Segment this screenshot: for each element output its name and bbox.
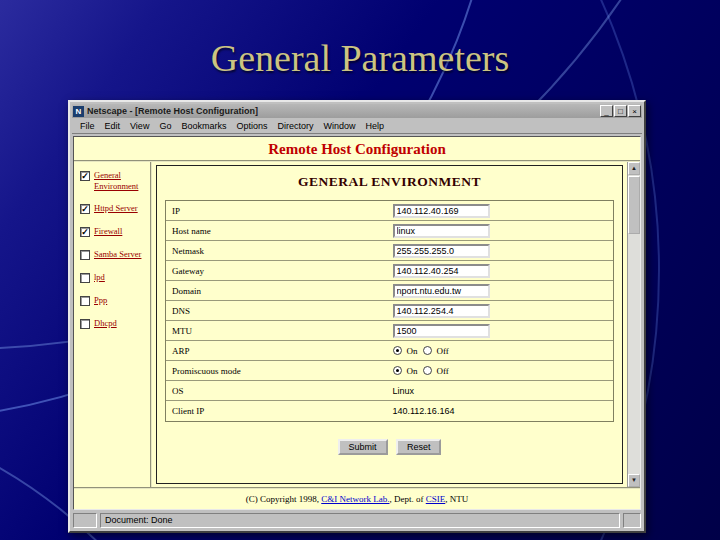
row-mtu: MTU: [166, 321, 613, 341]
checkbox-httpd-server[interactable]: ✓: [80, 204, 90, 214]
close-button[interactable]: ×: [628, 105, 641, 117]
netscape-icon: N: [73, 106, 84, 117]
row-domain: Domain: [166, 281, 613, 301]
status-bar: Document: Done: [73, 513, 641, 528]
field-label-os: OS: [172, 386, 393, 396]
promiscuous-off-radio[interactable]: [423, 366, 432, 375]
sidebar-link-httpd-server[interactable]: Httpd Server: [94, 203, 138, 214]
field-label-ip: IP: [172, 206, 393, 216]
status-text: Document: Done: [105, 515, 173, 525]
sidebar-item-ppp: Ppp: [80, 295, 148, 306]
field-label-arp: ARP: [172, 346, 393, 356]
row-client-ip: Client IP 140.112.16.164: [166, 401, 613, 421]
menu-help[interactable]: Help: [360, 121, 389, 131]
scroll-up-icon[interactable]: ▲: [628, 162, 640, 175]
scroll-track[interactable]: [628, 234, 640, 474]
sidebar-item-dhcpd: Dhcpd: [80, 318, 148, 329]
security-key-icon: [73, 513, 97, 528]
copyright-text: (C) Copyright 1998,: [246, 494, 322, 504]
menu-edit[interactable]: Edit: [100, 121, 126, 131]
field-label-netmask: Netmask: [172, 246, 393, 256]
dns-input[interactable]: [393, 304, 490, 318]
titlebar[interactable]: N Netscape - [Remote Host Configuration]…: [72, 104, 642, 118]
main-frame: GENERAL ENVIRONMENT IP Host name: [152, 162, 627, 487]
arp-on-label: On: [407, 346, 418, 356]
promiscuous-on-radio[interactable]: [393, 366, 402, 375]
checkbox-samba-server[interactable]: [80, 250, 90, 260]
submit-button[interactable]: Submit: [338, 439, 388, 455]
promiscuous-on-label: On: [407, 366, 418, 376]
window-title: Netscape - [Remote Host Configuration]: [87, 106, 597, 116]
page-heading: Remote Host Configuration: [74, 137, 640, 162]
menu-bookmarks[interactable]: Bookmarks: [176, 121, 231, 131]
promiscuous-off-label: Off: [437, 366, 449, 376]
form-panel: GENERAL ENVIRONMENT IP Host name: [156, 165, 623, 484]
form-title: GENERAL ENVIRONMENT: [157, 174, 622, 190]
sidebar: ✓ General Environment ✓ Httpd Server ✓ F…: [74, 162, 152, 487]
checkbox-lpd[interactable]: [80, 273, 90, 283]
menu-view[interactable]: View: [125, 121, 154, 131]
sidebar-link-lpd[interactable]: lpd: [94, 272, 105, 283]
menu-options[interactable]: Options: [231, 121, 272, 131]
slide: General Parameters N Netscape - [Remote …: [0, 0, 720, 540]
row-os: OS Linux: [166, 381, 613, 401]
mtu-input[interactable]: [393, 324, 490, 338]
network-lab-link[interactable]: C&I Network Lab.: [321, 494, 389, 504]
arp-radio-group: On Off: [393, 346, 614, 356]
row-gateway: Gateway: [166, 261, 613, 281]
sidebar-item-lpd: lpd: [80, 272, 148, 283]
slide-title: General Parameters: [0, 36, 720, 80]
menu-directory[interactable]: Directory: [272, 121, 318, 131]
page: Remote Host Configuration ✓ General Envi…: [73, 136, 641, 510]
menu-go[interactable]: Go: [154, 121, 176, 131]
row-promiscuous-mode: Promiscuous mode On Off: [166, 361, 613, 381]
copyright-text: , Dept. of: [389, 494, 425, 504]
checkbox-ppp[interactable]: [80, 296, 90, 306]
domain-input[interactable]: [393, 284, 490, 298]
arp-off-radio[interactable]: [423, 346, 432, 355]
field-label-domain: Domain: [172, 286, 393, 296]
browser-window: N Netscape - [Remote Host Configuration]…: [68, 100, 646, 533]
field-label-dns: DNS: [172, 306, 393, 316]
scroll-down-icon[interactable]: ▼: [628, 474, 640, 487]
host-name-input[interactable]: [393, 224, 490, 238]
sidebar-link-samba-server[interactable]: Samba Server: [94, 249, 141, 260]
menu-file[interactable]: File: [75, 121, 100, 131]
checkbox-general-environment[interactable]: ✓: [80, 171, 90, 181]
gateway-input[interactable]: [393, 264, 490, 278]
sidebar-link-dhcpd[interactable]: Dhcpd: [94, 318, 117, 329]
sidebar-item-samba-server: Samba Server: [80, 249, 148, 260]
field-label-client-ip: Client IP: [172, 406, 393, 416]
row-host-name: Host name: [166, 221, 613, 241]
field-label-promiscuous-mode: Promiscuous mode: [172, 366, 393, 376]
menubar: File Edit View Go Bookmarks Options Dire…: [72, 119, 642, 134]
netmask-input[interactable]: [393, 244, 490, 258]
csie-link[interactable]: CSIE: [426, 494, 446, 504]
frameset: ✓ General Environment ✓ Httpd Server ✓ F…: [74, 162, 640, 487]
form-table: IP Host name Netmask: [165, 200, 614, 422]
maximize-button[interactable]: □: [614, 105, 627, 117]
os-value: Linux: [393, 386, 415, 396]
field-label-mtu: MTU: [172, 326, 393, 336]
scroll-thumb[interactable]: [628, 176, 640, 234]
status-text-panel: Document: Done: [100, 513, 620, 528]
promiscuous-radio-group: On Off: [393, 366, 614, 376]
checkbox-firewall[interactable]: ✓: [80, 227, 90, 237]
sidebar-item-general-environment: ✓ General Environment: [80, 170, 148, 191]
minimize-button[interactable]: _: [600, 105, 613, 117]
field-label-host-name: Host name: [172, 226, 393, 236]
menu-window[interactable]: Window: [318, 121, 360, 131]
footer: (C) Copyright 1998, C&I Network Lab., De…: [74, 487, 640, 509]
sidebar-link-ppp[interactable]: Ppp: [94, 295, 107, 306]
arp-on-radio[interactable]: [393, 346, 402, 355]
checkbox-dhcpd[interactable]: [80, 319, 90, 329]
row-arp: ARP On Off: [166, 341, 613, 361]
sidebar-link-general-environment[interactable]: General Environment: [94, 170, 148, 191]
sidebar-link-firewall[interactable]: Firewall: [94, 226, 122, 237]
copyright-text: , NTU: [445, 494, 468, 504]
status-logo: [623, 513, 641, 528]
reset-button[interactable]: Reset: [396, 439, 442, 455]
ip-input[interactable]: [393, 204, 490, 218]
arp-off-label: Off: [437, 346, 449, 356]
vertical-scrollbar[interactable]: ▲ ▼: [627, 162, 640, 487]
